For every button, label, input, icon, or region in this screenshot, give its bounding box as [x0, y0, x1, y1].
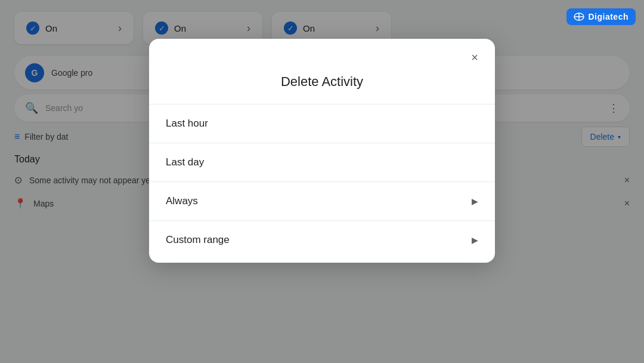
modal-item-always[interactable]: Always ▶ [149, 182, 495, 220]
custom-range-arrow-icon: ▶ [472, 235, 478, 245]
modal-item-last-hour[interactable]: Last hour [149, 104, 495, 143]
modal-item-last-day-label: Last day [166, 156, 204, 168]
delete-activity-modal: × Delete Activity Last hour Last day Alw… [149, 39, 495, 263]
modal-title: Delete Activity [149, 67, 495, 104]
modal-item-always-label: Always [166, 195, 198, 207]
modal-close-button[interactable]: × [466, 48, 483, 67]
always-arrow-icon: ▶ [472, 196, 478, 206]
digiatech-logo-icon [574, 13, 584, 21]
modal-item-custom-range-label: Custom range [166, 234, 230, 246]
modal-item-last-hour-label: Last hour [166, 118, 208, 130]
watermark-text: Digiatech [588, 12, 628, 21]
modal-item-last-day[interactable]: Last day [149, 143, 495, 182]
modal-item-custom-range[interactable]: Custom range ▶ [149, 221, 495, 263]
watermark: Digiatech [566, 8, 636, 25]
modal-header: × [149, 39, 495, 67]
